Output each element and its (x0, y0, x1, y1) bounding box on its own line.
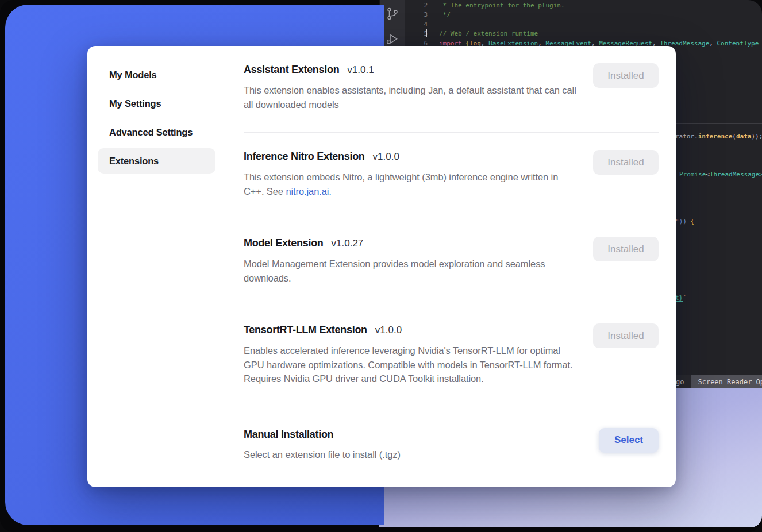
sidebar-item-extensions[interactable]: Extensions (98, 148, 215, 174)
extension-info: Inference Nitro Extension v1.0.0 This ex… (244, 149, 579, 198)
code-fragment: t}` (675, 294, 687, 302)
extension-title-row: Inference Nitro Extension v1.0.0 (244, 149, 579, 164)
extension-version: v1.0.27 (332, 236, 364, 251)
screenshot-frame: 2 * The entrypoint for the plugin. 3 */ … (0, 0, 762, 532)
extension-item: Inference Nitro Extension v1.0.0 This ex… (244, 133, 659, 219)
extensions-list: Assistant Extension v1.0.1 This extensio… (224, 46, 676, 487)
extension-name: TensortRT-LLM Extension (244, 322, 367, 337)
extension-name: Model Extension (244, 236, 324, 250)
manual-installation-title: Manual Installation (244, 427, 333, 442)
line-number: 4 (405, 20, 428, 29)
code-lines: 2 * The entrypoint for the plugin. 3 */ … (405, 1, 762, 48)
installed-button[interactable]: Installed (593, 323, 659, 348)
run-and-debug-icon[interactable] (386, 32, 399, 46)
line-number: 3 (405, 10, 428, 20)
sidebar-item-label: My Settings (109, 98, 161, 109)
sidebar-item-label: Advanced Settings (109, 127, 193, 138)
extension-item: Assistant Extension v1.0.1 This extensio… (244, 46, 659, 133)
code-fragment: Promise<ThreadMessage> (679, 171, 762, 178)
code-fragment: rator.inference(data)); (675, 133, 762, 140)
code-fragment: ")) { (675, 218, 694, 225)
line-number: 5 (405, 29, 428, 38)
installed-button[interactable]: Installed (593, 150, 659, 175)
sidebar-item-advanced-settings[interactable]: Advanced Settings (98, 119, 215, 145)
code-line: 3 */ (405, 10, 762, 20)
screen-reader-status[interactable]: Screen Reader Optimize (691, 375, 762, 388)
nitro-jan-ai-link[interactable]: nitro.jan.ai. (286, 186, 331, 196)
extension-version: v1.0.0 (373, 149, 399, 164)
extension-title-row: Assistant Extension v1.0.1 (244, 62, 579, 78)
installed-button[interactable]: Installed (593, 237, 659, 261)
extension-description: Enables accelerated inference leveraging… (244, 344, 579, 386)
extension-item: Model Extension v1.0.27 Model Management… (244, 219, 659, 306)
extension-name: Inference Nitro Extension (244, 149, 365, 164)
extension-item: TensortRT-LLM Extension v1.0.0 Enables a… (244, 306, 659, 407)
sidebar-item-my-models[interactable]: My Models (98, 62, 215, 87)
select-button[interactable]: Select (599, 428, 659, 453)
manual-installation-description: Select an extension file to install (.tg… (244, 448, 579, 462)
sidebar-item-label: My Models (109, 70, 157, 80)
code-comment: * The entrypoint for the plugin. (428, 1, 565, 10)
code-comment: // Web / extension runtime (428, 29, 538, 38)
extension-description: This extension embeds Nitro, a lightweig… (244, 170, 579, 198)
screenshot: 2 * The entrypoint for the plugin. 3 */ … (0, 0, 762, 532)
sidebar-item-my-settings[interactable]: My Settings (98, 91, 215, 116)
text-cursor (426, 29, 427, 37)
extension-name: Assistant Extension (244, 62, 339, 77)
settings-sidebar: My Models My Settings Advanced Settings … (87, 46, 224, 487)
extension-title-row: Model Extension v1.0.27 (244, 236, 579, 251)
extension-version: v1.0.0 (375, 323, 402, 338)
extension-title-row: Manual Installation (244, 427, 579, 442)
code-empty (428, 20, 439, 29)
line-number: 2 (405, 1, 428, 10)
extension-version: v1.0.1 (347, 63, 374, 78)
extension-description: This extension enables assistants, inclu… (244, 83, 579, 111)
code-line: 2 * The entrypoint for the plugin. (405, 1, 762, 10)
extension-info: Model Extension v1.0.27 Model Management… (244, 236, 579, 285)
settings-dialog: My Models My Settings Advanced Settings … (87, 46, 676, 487)
status-bar-text: go (676, 378, 684, 386)
source-control-icon[interactable] (386, 7, 399, 21)
extension-info: Assistant Extension v1.0.1 This extensio… (244, 62, 579, 111)
code-comment: */ (428, 10, 451, 20)
extension-info: TensortRT-LLM Extension v1.0.0 Enables a… (244, 322, 579, 386)
extension-info: Manual Installation Select an extension … (244, 427, 579, 462)
extension-description: Model Management Extension provides mode… (244, 257, 579, 285)
code-line: 4 (405, 20, 762, 29)
code-line: 5 // Web / extension runtime (405, 29, 762, 38)
extension-title-row: TensortRT-LLM Extension v1.0.0 (244, 322, 579, 338)
installed-button[interactable]: Installed (593, 63, 659, 88)
sidebar-item-label: Extensions (109, 156, 159, 167)
manual-installation-row: Manual Installation Select an extension … (244, 407, 659, 483)
